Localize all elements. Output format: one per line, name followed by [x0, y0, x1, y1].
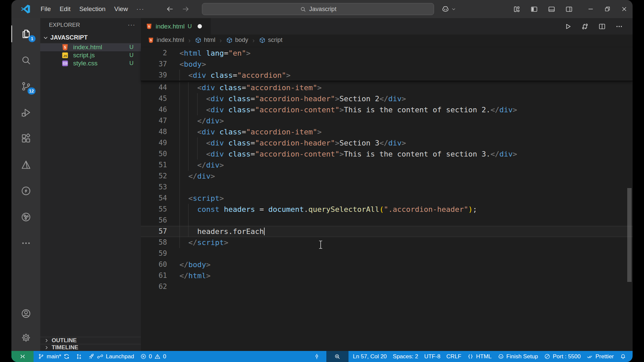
code-line-62[interactable]: 62	[141, 281, 633, 292]
status-eol[interactable]: CRLF	[443, 351, 464, 362]
line-number[interactable]: 50	[141, 148, 179, 160]
status-screencast[interactable]	[311, 351, 323, 362]
status-cursor-position[interactable]: Ln 57, Col 20	[350, 351, 390, 362]
line-number[interactable]: 56	[141, 215, 179, 226]
status-live-server-port[interactable]: Port : 5500	[541, 351, 584, 362]
code-line-60[interactable]: 60</body>	[141, 259, 633, 270]
code-line-44[interactable]: 44 <div class="accordion-item">	[141, 82, 633, 93]
line-number[interactable]: 47	[141, 115, 179, 126]
line-number[interactable]: 2	[141, 48, 179, 59]
unsaved-dot-icon[interactable]	[198, 24, 202, 28]
activity-more[interactable]	[11, 230, 40, 256]
line-number[interactable]: 39	[141, 70, 179, 81]
activity-accounts[interactable]	[11, 301, 40, 325]
breadcrumb-item-index-html[interactable]: 5index.html	[148, 37, 184, 44]
breadcrumb-item-script[interactable]: script	[259, 37, 282, 44]
activity-extensions[interactable]	[11, 125, 40, 152]
code-line-57[interactable]: 57 headers.forEach	[141, 226, 633, 237]
file-style-css[interactable]: CSSstyle.cssU	[40, 59, 141, 67]
code-line-50[interactable]: 50 <div class="accordion-content">This i…	[141, 148, 633, 160]
activity-explorer[interactable]: 1	[11, 21, 40, 47]
line-number[interactable]: 54	[141, 193, 179, 204]
status-indentation[interactable]: Spaces: 2	[390, 351, 421, 362]
menu-file[interactable]: File	[36, 0, 55, 18]
code-line-55[interactable]: 55 const headers = document.querySelecto…	[141, 204, 633, 215]
activity-live-share[interactable]	[11, 204, 40, 230]
minimize-button[interactable]	[582, 0, 599, 18]
status-copilot-setup[interactable]: Finish Setup	[495, 351, 541, 362]
editor-scrollbar[interactable]	[627, 188, 632, 282]
menu-edit[interactable]: Edit	[55, 0, 75, 18]
code-line-37[interactable]: 37<body>	[141, 59, 633, 70]
line-number[interactable]: 49	[141, 137, 179, 148]
status-encoding[interactable]: UTF-8	[421, 351, 443, 362]
status-notifications[interactable]	[617, 351, 629, 362]
code-line-53[interactable]: 53	[141, 182, 633, 193]
line-number[interactable]: 52	[141, 171, 179, 182]
code-line-45[interactable]: 45 <div class="accordion-header">Section…	[141, 93, 633, 104]
close-button[interactable]	[616, 0, 633, 18]
split-editor-button[interactable]	[598, 22, 606, 31]
line-number[interactable]: 59	[141, 248, 179, 259]
copilot-menu-button[interactable]	[441, 5, 456, 13]
line-number[interactable]: 53	[141, 182, 179, 193]
breadcrumb-item-body[interactable]: body	[226, 37, 248, 44]
code-line-48[interactable]: 48 <div class="accordion-item">	[141, 126, 633, 137]
menu-selection[interactable]: Selection	[75, 0, 110, 18]
code-line-54[interactable]: 54 <script>	[141, 193, 633, 204]
status-launchpad[interactable]: Launchpad	[85, 351, 137, 362]
code-line-58[interactable]: 58 </script>	[141, 237, 633, 248]
line-number[interactable]: 57	[141, 226, 179, 237]
sticky-scroll[interactable]: 2<html lang="en">37<body>39 <div class="…	[141, 48, 633, 81]
line-number[interactable]: 44	[141, 82, 179, 93]
code-line-51[interactable]: 51 </div>	[141, 160, 633, 171]
code-line-2[interactable]: 2<html lang="en">	[141, 48, 633, 59]
forward-arrow-icon[interactable]	[182, 5, 190, 13]
run-button[interactable]	[564, 22, 572, 31]
editor-more-actions-button[interactable]	[615, 22, 623, 31]
tab-index-html[interactable]: 5 index.html U	[141, 18, 211, 35]
status-problems[interactable]: 00	[137, 351, 169, 362]
line-number[interactable]: 45	[141, 93, 179, 104]
menu-more[interactable]: ···	[132, 0, 148, 18]
line-number[interactable]: 46	[141, 104, 179, 115]
activity-source-control[interactable]: 12	[11, 73, 40, 99]
line-number[interactable]: 62	[141, 281, 179, 292]
status-remote-indicator[interactable]	[11, 351, 34, 362]
status-zoom-indicator[interactable]	[326, 351, 348, 362]
activity-run-and-debug[interactable]	[11, 99, 40, 125]
code-line-47[interactable]: 47 </div>	[141, 115, 633, 126]
activity-thunder-client[interactable]	[11, 178, 40, 204]
code-editor[interactable]: 2<html lang="en">37<body>39 <div class="…	[141, 46, 633, 351]
code-line-52[interactable]: 52 </div>	[141, 171, 633, 182]
code-line-49[interactable]: 49 <div class="accordion-header">Section…	[141, 137, 633, 148]
status-gitlens-compare[interactable]	[73, 351, 85, 362]
menu-view[interactable]: View	[110, 0, 132, 18]
status-language-mode[interactable]: HTML	[464, 351, 494, 362]
toggle-primary-sidebar-icon[interactable]	[530, 5, 538, 13]
code-line-46[interactable]: 46 <div class="accordion-content">This i…	[141, 104, 633, 115]
code-line-59[interactable]: 59	[141, 248, 633, 259]
activity-search[interactable]	[11, 47, 40, 73]
line-number[interactable]: 60	[141, 259, 179, 270]
line-number[interactable]: 51	[141, 160, 179, 171]
open-changes-button[interactable]	[581, 22, 589, 31]
file-index-html[interactable]: 5index.htmlU	[40, 43, 141, 51]
line-number[interactable]: 58	[141, 237, 179, 248]
panel-outline[interactable]: OUTLINE	[40, 337, 141, 344]
customize-layout-icon[interactable]	[513, 5, 521, 13]
line-number[interactable]: 37	[141, 59, 179, 70]
panel-timeline[interactable]: TIMELINE	[40, 344, 141, 351]
status-prettier[interactable]: Prettier	[584, 351, 617, 362]
activity-settings[interactable]	[11, 325, 40, 350]
activity-prism[interactable]	[11, 152, 40, 178]
file-script-js[interactable]: JSscript.jsU	[40, 51, 141, 59]
line-number[interactable]: 55	[141, 204, 179, 215]
toggle-secondary-sidebar-icon[interactable]	[565, 5, 573, 13]
code-line-56[interactable]: 56	[141, 215, 633, 226]
status-git-branch[interactable]: main*	[35, 351, 73, 362]
restore-button[interactable]	[599, 0, 616, 18]
code-line-39[interactable]: 39 <div class="accordion">	[141, 70, 633, 81]
breadcrumb-item-html[interactable]: html	[195, 37, 215, 44]
line-number[interactable]: 48	[141, 126, 179, 137]
